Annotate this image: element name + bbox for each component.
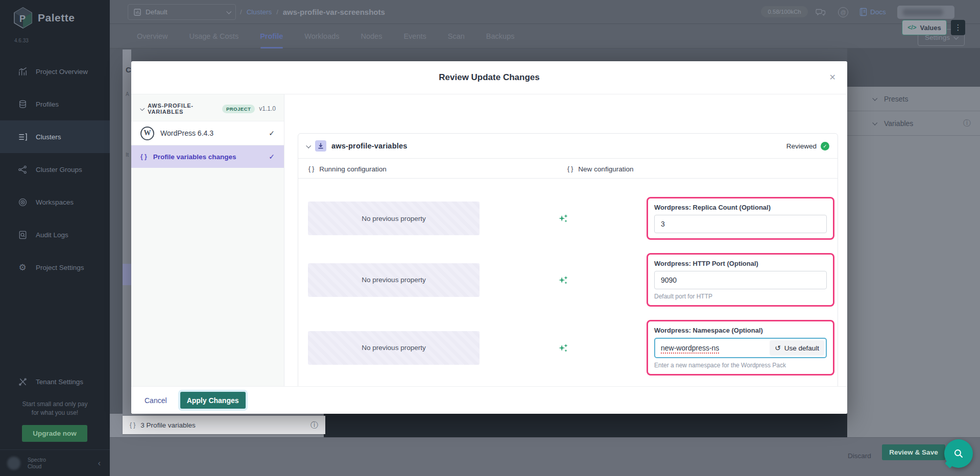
cancel-button[interactable]: Cancel	[145, 396, 167, 405]
collapse-sidebar-icon[interactable]: ‹	[98, 459, 101, 468]
braces-icon: { }	[130, 421, 135, 429]
project-grid-icon	[133, 8, 141, 16]
values-button[interactable]: </> Values	[902, 20, 947, 35]
docs-label: Docs	[870, 8, 886, 16]
variables-accordion[interactable]: Variables ⓘ	[847, 111, 980, 136]
tree-item-wordpress[interactable]: W WordPress 6.4.3 ✓	[131, 121, 284, 145]
breadcrumb-separator: /	[276, 8, 278, 16]
config-columns-header: { } Running configuration { } New config…	[298, 158, 838, 179]
diff-row-replica-count: No previous property Wordpress: Replica …	[298, 197, 838, 240]
close-icon[interactable]: ✕	[829, 72, 836, 82]
side-options-panel: Presets Variables ⓘ	[847, 87, 980, 437]
docs-link[interactable]: Docs	[859, 8, 886, 16]
discard-button[interactable]: Discard	[848, 452, 871, 460]
field-label: Wordpress: Replica Count (Optional)	[654, 204, 827, 211]
sidebar-item-label: Project Settings	[36, 264, 84, 271]
profile-variables-bar[interactable]: { } 3 Profile variables ⓘ	[123, 416, 325, 434]
cluster-tabs: Overview Usage & Costs Profile Workloads…	[110, 24, 980, 48]
sidebar-item-project-settings[interactable]: ⚙ Project Settings	[0, 251, 110, 284]
fragment-text: C	[126, 65, 131, 74]
sidebar-item-tenant-settings[interactable]: Tenant Settings	[0, 365, 110, 398]
replica-count-input[interactable]	[654, 215, 827, 233]
chevron-down-icon	[306, 143, 311, 148]
user-menu-blurred[interactable]	[897, 6, 954, 19]
sidebar-item-label: Cluster Groups	[36, 166, 82, 173]
profile-name: AWS-PROFILE-VARIABLES	[148, 103, 218, 115]
sidebar-item-project-overview[interactable]: Project Overview	[0, 55, 110, 88]
new-property-sparkle	[480, 342, 647, 354]
breadcrumb-clusters-link[interactable]: Clusters	[247, 8, 272, 16]
spectro-logo	[7, 457, 20, 470]
sparkle-icon	[557, 212, 569, 224]
highlighted-field-namespace: Wordpress: Namespace (Optional) new-word…	[647, 320, 834, 375]
presets-accordion[interactable]: Presets	[847, 87, 980, 111]
brand-line-2: Cloud	[28, 463, 46, 470]
chevron-down-icon	[953, 35, 959, 40]
history-icon: ↺	[775, 344, 781, 352]
running-configuration-header: { } Running configuration	[308, 159, 387, 179]
profile-tree-header[interactable]: AWS-PROFILE-VARIABLES PROJECT v1.1.0	[131, 94, 284, 121]
config-diff-rows: No previous property Wordpress: Replica …	[298, 179, 838, 375]
pack-card-header[interactable]: aws-profile-variables Reviewed ✓	[298, 134, 838, 158]
sidebar-item-label: Project Overview	[36, 68, 88, 76]
palette-logo: P Palette	[13, 7, 75, 29]
tab-usage-costs[interactable]: Usage & Costs	[189, 24, 238, 48]
at-mention-icon[interactable]: @	[838, 7, 848, 17]
sidebar-tenant: Tenant Settings	[0, 365, 110, 398]
tab-workloads[interactable]: Workloads	[304, 24, 339, 48]
tree-item-profile-variables[interactable]: { } Profile variables changes ✓	[131, 145, 284, 168]
diff-row-namespace: No previous property Wordpress: Namespac…	[298, 320, 838, 375]
sidebar-item-label: Profiles	[36, 101, 59, 108]
new-property-sparkle	[480, 274, 647, 286]
promo-line-2: for what you use!	[0, 409, 110, 417]
fragment-text: It	[126, 152, 129, 158]
tab-backups[interactable]: Backups	[486, 24, 515, 48]
sidebar-item-clusters[interactable]: Clusters	[0, 120, 110, 153]
modal-body: AWS-PROFILE-VARIABLES PROJECT v1.1.0 W W…	[131, 94, 847, 386]
sidebar-item-workspaces[interactable]: Workspaces	[0, 186, 110, 218]
review-save-button[interactable]: Review & Save	[882, 444, 945, 460]
column-label: New configuration	[578, 165, 633, 173]
app-root: P Palette 4.6.33 Project Overview Profil…	[0, 0, 980, 476]
logo-text: Palette	[38, 12, 75, 24]
info-icon: ⓘ	[310, 420, 318, 430]
braces-icon: { }	[140, 153, 147, 160]
clipped-page-fragment: C A It	[123, 49, 131, 414]
chat-icon[interactable]	[815, 7, 827, 18]
project-badge: PROJECT	[222, 105, 255, 113]
upgrade-now-button[interactable]: Upgrade now	[22, 425, 87, 442]
breadcrumb-separator: /	[240, 8, 242, 16]
field-helper: Default port for HTTP	[654, 293, 827, 300]
namespace-input-focused[interactable]: new-wordpress-ns ↺ Use default	[654, 338, 827, 358]
highlighted-field-replica-count: Wordpress: Replica Count (Optional)	[647, 197, 834, 240]
chevron-down-icon	[140, 106, 145, 111]
namespace-text: new-wordpress-ns	[661, 344, 719, 354]
network-icon	[17, 164, 28, 174]
sparkle-icon	[557, 342, 569, 354]
check-icon: ✓	[269, 129, 275, 137]
page-footer: Discard Review & Save	[110, 437, 980, 476]
project-selector[interactable]: Default	[128, 4, 236, 20]
tab-nodes[interactable]: Nodes	[361, 24, 383, 48]
tab-overview[interactable]: Overview	[137, 24, 168, 48]
http-port-input[interactable]	[654, 271, 827, 289]
braces-icon: { }	[308, 165, 314, 172]
target-icon	[17, 197, 28, 207]
kebab-menu-icon[interactable]: ⋮	[951, 20, 965, 35]
namespace-value[interactable]: new-wordpress-ns	[655, 344, 768, 352]
sidebar-item-cluster-groups[interactable]: Cluster Groups	[0, 153, 110, 186]
tab-events[interactable]: Events	[403, 24, 426, 48]
tab-scan[interactable]: Scan	[448, 24, 465, 48]
use-default-button[interactable]: ↺ Use default	[770, 340, 824, 356]
field-helper: Enter a new namespace for the Wordpress …	[654, 362, 827, 369]
sidebar-item-audit-logs[interactable]: Audit Logs	[0, 218, 110, 251]
apply-changes-button[interactable]: Apply Changes	[180, 392, 246, 409]
tab-profile[interactable]: Profile	[260, 24, 283, 48]
sidebar-item-profiles[interactable]: Profiles	[0, 88, 110, 120]
modal-footer: Cancel Apply Changes	[131, 386, 847, 414]
code-icon: </>	[907, 24, 916, 31]
help-chat-fab[interactable]	[944, 439, 973, 468]
sparkle-icon	[557, 274, 569, 286]
new-property-sparkle	[480, 212, 647, 224]
field-label: Wordpress: HTTP Port (Optional)	[654, 260, 827, 267]
